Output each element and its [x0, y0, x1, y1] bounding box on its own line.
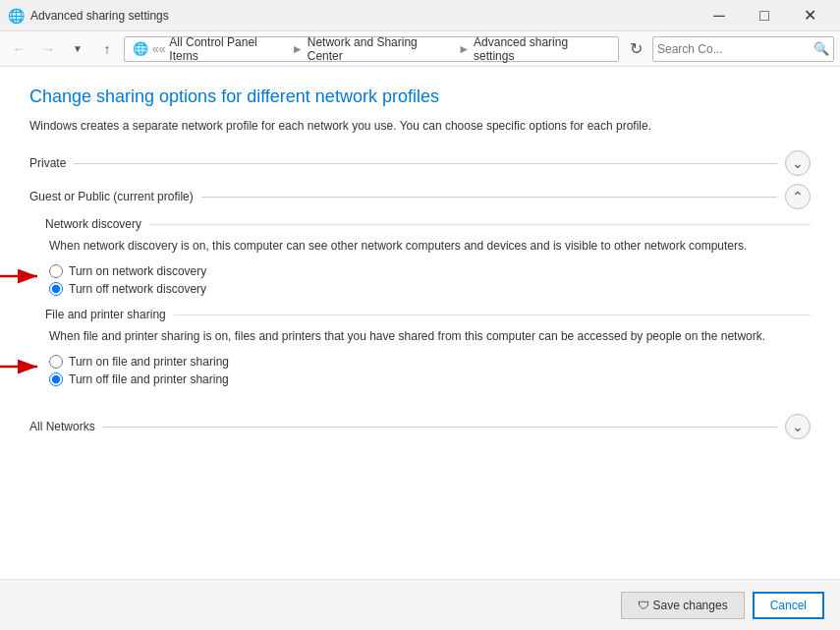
minimize-button[interactable]: ─: [697, 0, 742, 31]
profile-section-guest: Guest or Public (current profile) ⌃ Netw…: [29, 184, 811, 406]
close-button[interactable]: ✕: [787, 0, 832, 31]
profile-divider-allnetworks: [103, 427, 777, 428]
radio-turn-on-file-sharing-label: Turn on file and printer sharing: [69, 355, 229, 369]
search-box: 🔍: [652, 36, 834, 62]
profile-header-allnetworks: All Networks ⌄: [29, 414, 811, 439]
profile-label-private: Private: [29, 156, 66, 170]
radio-turn-on-network-discovery-label: Turn on network discovery: [69, 264, 206, 278]
radio-turn-on-file-sharing-input[interactable]: [49, 355, 63, 369]
network-discovery-header: Network discovery: [45, 217, 811, 231]
profile-header-private: Private ⌄: [29, 150, 811, 176]
address-path[interactable]: 🌐 «« All Control Panel Items ► Network a…: [124, 36, 619, 62]
search-icon: 🔍: [813, 41, 829, 56]
radio-turn-off-file-sharing-input[interactable]: [49, 372, 63, 386]
restore-button[interactable]: □: [742, 0, 787, 31]
radio-turn-off-network-discovery-label: Turn off network discovery: [69, 282, 206, 296]
file-printer-sharing-section: File and printer sharing When file and p…: [45, 308, 811, 386]
back-button[interactable]: ←: [6, 36, 31, 62]
profile-divider-guest: [201, 197, 777, 198]
arrow-annotation-2: [0, 353, 45, 380]
radio-turn-off-network-discovery[interactable]: Turn off network discovery: [49, 282, 811, 296]
profile-content-guest: Network discovery When network discovery…: [29, 209, 811, 406]
title-bar: 🌐 Advanced sharing settings ─ □ ✕: [0, 0, 840, 31]
profile-section-allnetworks: All Networks ⌄: [29, 414, 811, 439]
network-discovery-section: Network discovery When network discovery…: [45, 217, 811, 296]
page-title: Change sharing options for different net…: [29, 86, 811, 107]
radio-turn-off-network-discovery-input[interactable]: [49, 282, 63, 296]
path-sep-2: ►: [292, 42, 304, 56]
refresh-button[interactable]: ↻: [623, 36, 648, 62]
file-printer-sharing-desc: When file and printer sharing is on, fil…: [45, 327, 811, 345]
radio-turn-on-file-sharing[interactable]: Turn on file and printer sharing: [49, 355, 811, 369]
file-printer-sharing-divider: [174, 315, 811, 315]
save-changes-button[interactable]: 🛡 Save changes: [621, 592, 745, 619]
up-button[interactable]: ↑: [94, 36, 120, 62]
window-title: Advanced sharing settings: [30, 9, 697, 23]
search-input[interactable]: [657, 42, 812, 56]
network-icon: 🌐: [133, 41, 148, 56]
file-printer-sharing-label: File and printer sharing: [45, 308, 166, 321]
network-discovery-options: Turn on network discovery Turn off netwo…: [45, 264, 811, 296]
radio-turn-off-file-sharing[interactable]: Turn off file and printer sharing: [49, 372, 811, 386]
profile-label-guest: Guest or Public (current profile): [29, 190, 194, 203]
profile-label-allnetworks: All Networks: [29, 420, 95, 433]
path-sep-3: ►: [458, 42, 470, 56]
path-part-3: Advanced sharing settings: [474, 35, 610, 63]
network-discovery-desc: When network discovery is on, this compu…: [45, 237, 811, 255]
network-discovery-label: Network discovery: [45, 217, 141, 231]
main-content: Change sharing options for different net…: [0, 67, 840, 579]
network-discovery-radio-group: Turn on network discovery Turn off netwo…: [45, 264, 811, 296]
address-bar: ← → ▼ ↑ 🌐 «« All Control Panel Items ► N…: [0, 31, 840, 67]
path-separator-1: ««: [152, 42, 165, 56]
profile-toggle-guest[interactable]: ⌃: [785, 184, 811, 209]
save-changes-label: Save changes: [653, 599, 728, 612]
window-controls: ─ □ ✕: [697, 0, 832, 31]
footer: 🛡 Save changes Cancel: [0, 579, 840, 630]
file-printer-sharing-radio-group: Turn on file and printer sharing Turn of…: [45, 355, 811, 386]
profile-header-guest: Guest or Public (current profile) ⌃: [29, 184, 811, 209]
path-part-2: Network and Sharing Center: [308, 35, 454, 63]
cancel-button[interactable]: Cancel: [753, 592, 824, 619]
profile-toggle-private[interactable]: ⌄: [785, 150, 811, 176]
profile-section-private: Private ⌄: [29, 150, 811, 176]
shield-icon: 🛡: [638, 599, 649, 612]
recent-locations-button[interactable]: ▼: [65, 36, 90, 62]
radio-turn-on-network-discovery-input[interactable]: [49, 264, 63, 278]
page-description: Windows creates a separate network profi…: [29, 117, 811, 135]
radio-turn-on-network-discovery[interactable]: Turn on network discovery: [49, 264, 811, 278]
radio-turn-off-file-sharing-label: Turn off file and printer sharing: [69, 372, 229, 386]
cancel-label: Cancel: [770, 599, 807, 612]
file-printer-sharing-header: File and printer sharing: [45, 308, 811, 321]
forward-button[interactable]: →: [35, 36, 61, 62]
network-discovery-divider: [149, 224, 811, 225]
app-icon: 🌐: [8, 8, 25, 24]
profile-toggle-allnetworks[interactable]: ⌄: [785, 414, 811, 439]
arrow-annotation-1: [0, 262, 45, 290]
file-printer-sharing-options: Turn on file and printer sharing Turn of…: [45, 355, 811, 386]
path-part-1: All Control Panel Items: [169, 35, 287, 63]
profile-divider-private: [74, 163, 777, 164]
